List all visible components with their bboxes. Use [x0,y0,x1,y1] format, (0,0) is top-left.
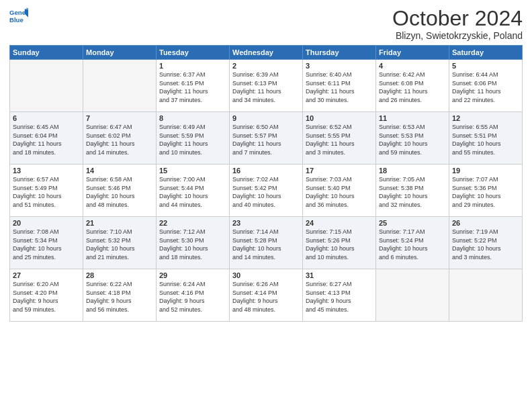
calendar-cell: 28Sunrise: 6:22 AM Sunset: 4:18 PM Dayli… [83,269,157,322]
day-number: 8 [159,114,226,122]
calendar-table: SundayMondayTuesdayWednesdayThursdayFrid… [9,45,523,322]
calendar-cell: 30Sunrise: 6:26 AM Sunset: 4:14 PM Dayli… [230,269,303,322]
day-number: 24 [306,219,373,227]
calendar-cell: 13Sunrise: 6:57 AM Sunset: 5:49 PM Dayli… [10,165,83,217]
day-info: Sunrise: 7:17 AM Sunset: 5:24 PM Dayligh… [379,228,446,261]
day-number: 25 [379,219,446,227]
day-info: Sunrise: 6:45 AM Sunset: 6:04 PM Dayligh… [13,123,80,156]
day-info: Sunrise: 6:22 AM Sunset: 4:18 PM Dayligh… [86,280,153,314]
weekday-header-monday: Monday [83,46,157,60]
day-number: 22 [159,219,226,227]
day-number: 11 [379,114,446,122]
week-row-5: 27Sunrise: 6:20 AM Sunset: 4:20 PM Dayli… [10,269,523,322]
day-info: Sunrise: 6:47 AM Sunset: 6:02 PM Dayligh… [86,123,153,156]
calendar-cell: 29Sunrise: 6:24 AM Sunset: 4:16 PM Dayli… [157,269,230,322]
day-info: Sunrise: 7:15 AM Sunset: 5:26 PM Dayligh… [306,228,373,261]
day-number: 7 [86,114,153,122]
calendar-cell: 4Sunrise: 6:42 AM Sunset: 6:08 PM Daylig… [376,60,449,112]
day-info: Sunrise: 6:55 AM Sunset: 5:51 PM Dayligh… [452,123,519,156]
day-number: 21 [86,219,153,227]
day-number: 27 [13,271,80,279]
calendar-cell [449,269,523,322]
calendar-cell: 18Sunrise: 7:05 AM Sunset: 5:38 PM Dayli… [376,165,449,217]
calendar-cell: 25Sunrise: 7:17 AM Sunset: 5:24 PM Dayli… [376,217,449,269]
weekday-header-wednesday: Wednesday [230,46,303,60]
svg-text:Blue: Blue [9,16,24,24]
day-info: Sunrise: 7:12 AM Sunset: 5:30 PM Dayligh… [159,228,226,261]
day-number: 6 [13,114,80,122]
day-number: 5 [452,62,519,70]
day-info: Sunrise: 6:53 AM Sunset: 5:53 PM Dayligh… [379,123,446,156]
day-number: 13 [13,167,80,175]
calendar-cell: 22Sunrise: 7:12 AM Sunset: 5:30 PM Dayli… [157,217,230,269]
day-number: 26 [452,219,519,227]
day-number: 19 [452,167,519,175]
calendar-cell: 1Sunrise: 6:37 AM Sunset: 6:15 PM Daylig… [157,60,230,112]
day-info: Sunrise: 6:37 AM Sunset: 6:15 PM Dayligh… [159,71,226,104]
day-info: Sunrise: 7:19 AM Sunset: 5:22 PM Dayligh… [452,228,519,261]
day-number: 10 [306,114,373,122]
day-number: 3 [306,62,373,70]
calendar-cell: 23Sunrise: 7:14 AM Sunset: 5:28 PM Dayli… [230,217,303,269]
week-row-2: 6Sunrise: 6:45 AM Sunset: 6:04 PM Daylig… [10,112,523,165]
day-info: Sunrise: 6:49 AM Sunset: 5:59 PM Dayligh… [159,123,226,156]
calendar-cell: 2Sunrise: 6:39 AM Sunset: 6:13 PM Daylig… [230,60,303,112]
day-info: Sunrise: 6:44 AM Sunset: 6:06 PM Dayligh… [452,71,519,104]
calendar-cell: 7Sunrise: 6:47 AM Sunset: 6:02 PM Daylig… [83,112,157,165]
day-number: 17 [306,167,373,175]
day-info: Sunrise: 7:07 AM Sunset: 5:36 PM Dayligh… [452,175,519,209]
day-number: 4 [379,62,446,70]
day-number: 9 [232,114,300,122]
day-info: Sunrise: 7:10 AM Sunset: 5:32 PM Dayligh… [86,228,153,261]
day-info: Sunrise: 6:39 AM Sunset: 6:13 PM Dayligh… [232,71,300,104]
day-info: Sunrise: 7:05 AM Sunset: 5:38 PM Dayligh… [379,175,446,209]
weekday-header-saturday: Saturday [449,46,523,60]
calendar-cell: 19Sunrise: 7:07 AM Sunset: 5:36 PM Dayli… [449,165,523,217]
month-title: October 2024 [392,7,523,30]
day-number: 23 [232,219,300,227]
calendar-cell: 10Sunrise: 6:52 AM Sunset: 5:55 PM Dayli… [303,112,376,165]
day-info: Sunrise: 6:26 AM Sunset: 4:14 PM Dayligh… [232,280,300,314]
calendar-cell: 14Sunrise: 6:58 AM Sunset: 5:46 PM Dayli… [83,165,157,217]
calendar-cell: 9Sunrise: 6:50 AM Sunset: 5:57 PM Daylig… [230,112,303,165]
calendar-cell: 3Sunrise: 6:40 AM Sunset: 6:11 PM Daylig… [303,60,376,112]
day-info: Sunrise: 7:02 AM Sunset: 5:42 PM Dayligh… [232,175,300,209]
day-number: 20 [13,219,80,227]
week-row-4: 20Sunrise: 7:08 AM Sunset: 5:34 PM Dayli… [10,217,523,269]
calendar-cell: 8Sunrise: 6:49 AM Sunset: 5:59 PM Daylig… [157,112,230,165]
calendar-cell: 27Sunrise: 6:20 AM Sunset: 4:20 PM Dayli… [10,269,83,322]
day-info: Sunrise: 7:14 AM Sunset: 5:28 PM Dayligh… [232,228,300,261]
day-number: 30 [232,271,300,279]
weekday-header-sunday: Sunday [10,46,83,60]
day-info: Sunrise: 6:52 AM Sunset: 5:55 PM Dayligh… [306,123,373,156]
logo: General Blue [9,7,28,26]
day-info: Sunrise: 6:27 AM Sunset: 4:13 PM Dayligh… [306,280,373,314]
day-number: 31 [306,271,373,279]
calendar-cell: 26Sunrise: 7:19 AM Sunset: 5:22 PM Dayli… [449,217,523,269]
day-info: Sunrise: 6:58 AM Sunset: 5:46 PM Dayligh… [86,175,153,209]
day-number: 12 [452,114,519,122]
calendar-cell: 12Sunrise: 6:55 AM Sunset: 5:51 PM Dayli… [449,112,523,165]
calendar-cell: 6Sunrise: 6:45 AM Sunset: 6:04 PM Daylig… [10,112,83,165]
calendar-cell: 20Sunrise: 7:08 AM Sunset: 5:34 PM Dayli… [10,217,83,269]
day-number: 29 [159,271,226,279]
calendar-cell: 15Sunrise: 7:00 AM Sunset: 5:44 PM Dayli… [157,165,230,217]
weekday-header-row: SundayMondayTuesdayWednesdayThursdayFrid… [10,46,523,60]
weekday-header-tuesday: Tuesday [157,46,230,60]
calendar-cell [376,269,449,322]
day-info: Sunrise: 6:24 AM Sunset: 4:16 PM Dayligh… [159,280,226,314]
header: General Blue October 2024 Blizyn, Swieto… [9,7,523,41]
day-number: 16 [232,167,300,175]
calendar-cell: 24Sunrise: 7:15 AM Sunset: 5:26 PM Dayli… [303,217,376,269]
weekday-header-friday: Friday [376,46,449,60]
location-subtitle: Blizyn, Swietokrzyskie, Poland [392,30,523,41]
calendar-page: General Blue October 2024 Blizyn, Swieto… [0,0,532,411]
day-info: Sunrise: 7:08 AM Sunset: 5:34 PM Dayligh… [13,228,80,261]
calendar-cell [10,60,83,112]
day-number: 14 [86,167,153,175]
day-info: Sunrise: 6:42 AM Sunset: 6:08 PM Dayligh… [379,71,446,104]
day-number: 15 [159,167,226,175]
weekday-header-thursday: Thursday [303,46,376,60]
day-number: 28 [86,271,153,279]
day-number: 1 [159,62,226,70]
